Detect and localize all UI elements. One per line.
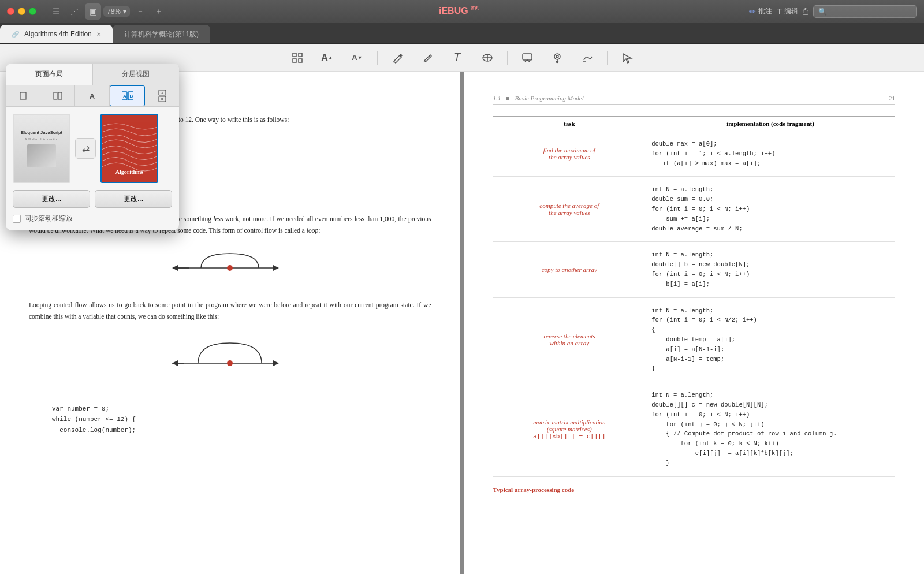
code-3: int N = a.length; double[] b = new doubl…: [646, 242, 895, 297]
sync-label: 同步滚动和缩放: [24, 214, 73, 223]
popup-buttons: 更改... 更改...: [13, 190, 172, 208]
separator-3: [607, 51, 608, 65]
svg-point-11: [556, 55, 558, 58]
zoom-chevron: ▾: [123, 8, 126, 16]
col-impl: implementation (code fragment): [646, 117, 895, 131]
title-center: iEBUG 首页: [439, 3, 485, 19]
table-footer: Typical array-processing code: [493, 486, 896, 493]
svg-marker-18: [172, 265, 178, 271]
table-row: compute the average ofthe array values i…: [493, 177, 896, 242]
table-row: reverse the elementswithin an array int …: [493, 297, 896, 382]
svg-text:B: B: [129, 94, 133, 99]
svg-text:首页: 首页: [471, 5, 479, 10]
shape-button[interactable]: [477, 47, 498, 68]
right-page-header: 1.1 ■ Basic Programming Model 21: [493, 95, 896, 105]
maximize-button[interactable]: [29, 8, 36, 15]
svg-point-21: [227, 360, 233, 366]
text-decrease-button[interactable]: A▼: [347, 47, 368, 68]
swap-books-button[interactable]: ⇄: [75, 138, 96, 159]
comment-button[interactable]: [517, 47, 538, 68]
stamp-button[interactable]: [547, 47, 568, 68]
sign-button[interactable]: [577, 47, 598, 68]
svg-rect-24: [20, 92, 26, 99]
svg-rect-25: [54, 92, 57, 99]
page-divider: [461, 72, 463, 574]
separator-2: [507, 51, 508, 65]
svg-point-10: [554, 54, 560, 59]
svg-point-16: [227, 265, 233, 271]
sidebar-toggle-button[interactable]: ☰: [48, 3, 64, 20]
svg-rect-9: [523, 54, 532, 60]
zoom-control[interactable]: 78% ▾: [103, 6, 130, 17]
right-page[interactable]: 1.1 ■ Basic Programming Model 21 task im…: [464, 72, 925, 574]
svg-rect-2: [293, 53, 296, 57]
popup-overlay: 页面布局 分层视图 A A B A: [6, 64, 179, 230]
task-5: matrix-matrix multiplication(square matr…: [493, 382, 646, 476]
view-two-col[interactable]: [40, 85, 75, 106]
tab-close-icon[interactable]: ✕: [96, 31, 101, 38]
popup-tab-page-layout[interactable]: 页面布局: [6, 64, 93, 85]
task-1: find the maximum ofthe array values: [493, 131, 646, 177]
svg-rect-4: [293, 59, 296, 62]
array-table: task implementation (code fragment) find…: [493, 116, 896, 477]
view-single-col[interactable]: [6, 85, 40, 106]
zoom-out-button[interactable]: －: [132, 3, 148, 20]
code-1: double max = a[0]; for (int i = 1; i < a…: [646, 131, 895, 177]
grid-view-button[interactable]: ⋰: [66, 3, 83, 20]
change-left-book-button[interactable]: 更改...: [13, 190, 90, 208]
code-2: int N = a.length; double sum = 0.0; for …: [646, 177, 895, 242]
loop-diagram-2: [29, 334, 431, 392]
table-row: find the maximum ofthe array values doub…: [493, 131, 896, 177]
edit-button[interactable]: T 编辑: [777, 6, 798, 16]
code-5: int N = a.length; double[][] c = new dou…: [646, 382, 895, 476]
code-block-2: var number = 0; while (number <= 12) { c…: [52, 404, 431, 436]
code-4: int N = a.length; for (int i = 0; i < N/…: [646, 297, 895, 382]
pen-button[interactable]: [387, 47, 408, 68]
svg-marker-20: [273, 360, 279, 366]
share-button[interactable]: ⎙: [803, 6, 808, 17]
search-box[interactable]: 🔍: [813, 5, 917, 18]
text-increase-button[interactable]: A▲: [317, 47, 338, 68]
svg-text:A: A: [123, 94, 126, 99]
table-row: copy to another array int N = a.length; …: [493, 242, 896, 297]
right-page-number: 21: [889, 95, 895, 102]
select-button[interactable]: [617, 47, 638, 68]
page-view-button[interactable]: ▣: [85, 3, 101, 20]
window-toolbar-right: ✏ 批注 T 编辑 ⎙ 🔍: [742, 5, 924, 18]
svg-text:B: B: [161, 98, 164, 101]
fit-page-button[interactable]: [287, 47, 308, 68]
popup-tab-layer-view[interactable]: 分层视图: [93, 64, 180, 85]
view-ab-horizontal[interactable]: A B: [110, 85, 145, 106]
close-button[interactable]: [7, 8, 14, 15]
title-bar: ☰ ⋰ ▣ 78% ▾ － ＋ iEBUG 首页 ✏ 批注 T 编辑 ⎙: [0, 0, 924, 23]
tab-algorithms-label: Algorithms 4th Edition: [24, 30, 92, 38]
popup-content: Eloquent JavaScript A Modern Introductio…: [6, 107, 179, 230]
tab-algorithms[interactable]: 🔗 Algorithms 4th Edition ✕: [0, 25, 113, 43]
book-thumb-algorithms[interactable]: Algorithms: [100, 114, 158, 183]
book-thumb-eloquent[interactable]: Eloquent JavaScript A Modern Introductio…: [13, 114, 70, 183]
view-a[interactable]: A: [75, 85, 110, 106]
svg-text:iEBUG: iEBUG: [439, 6, 468, 16]
text-button[interactable]: T: [447, 47, 468, 68]
popup-tabs: 页面布局 分层视图: [6, 64, 179, 85]
window-controls: [0, 8, 43, 15]
pencil-button[interactable]: [417, 47, 438, 68]
view-ab-vertical[interactable]: A B: [145, 85, 179, 106]
chain-icon: 🔗: [12, 31, 20, 38]
minimize-button[interactable]: [18, 8, 25, 15]
sync-checkbox[interactable]: [13, 215, 21, 223]
task-2: compute the average ofthe array values: [493, 177, 646, 242]
app-logo: iEBUG 首页: [439, 3, 485, 19]
loop-diagram-1: [29, 248, 431, 288]
svg-rect-5: [299, 59, 302, 62]
table-row: matrix-matrix multiplication(square matr…: [493, 382, 896, 476]
window-toolbar-left: ☰ ⋰ ▣ 78% ▾ － ＋: [43, 3, 172, 20]
svg-marker-15: [273, 265, 279, 271]
section-ref: 1.1 ■ Basic Programming Model: [493, 95, 584, 102]
annotate-button[interactable]: ✏ 批注: [749, 6, 772, 16]
tab-cs-intro[interactable]: 计算机科学概论(第11版): [113, 25, 210, 43]
change-right-book-button[interactable]: 更改...: [95, 190, 172, 208]
zoom-in-button[interactable]: ＋: [151, 3, 167, 20]
svg-point-13: [556, 61, 558, 62]
sync-option: 同步滚动和缩放: [13, 214, 172, 223]
